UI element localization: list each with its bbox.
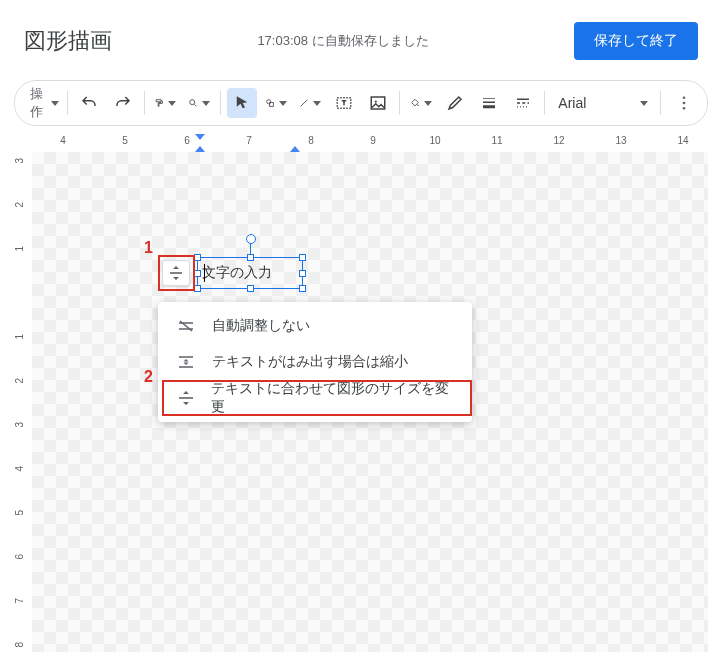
svg-point-5 bbox=[375, 100, 377, 102]
menu-item-resize-to-text[interactable]: テキストに合わせて図形のサイズを変更 bbox=[158, 380, 472, 416]
separator bbox=[144, 91, 145, 115]
svg-point-6 bbox=[683, 96, 686, 99]
autosave-status: 17:03:08 に自動保存しました bbox=[257, 32, 428, 50]
redo-button[interactable] bbox=[108, 88, 138, 118]
no-autofit-icon bbox=[174, 319, 198, 333]
annotation-marker-1: 1 bbox=[144, 239, 153, 257]
menu-item-label: テキストに合わせて図形のサイズを変更 bbox=[211, 380, 456, 416]
text-caret bbox=[204, 264, 205, 282]
indent-marker-top[interactable] bbox=[195, 134, 205, 140]
dialog-title: 図形描画 bbox=[24, 26, 112, 56]
fill-color-button[interactable] bbox=[406, 88, 436, 118]
ruler-number: 2 bbox=[14, 202, 32, 208]
separator bbox=[544, 91, 545, 115]
more-vertical-icon bbox=[675, 94, 693, 112]
line-tool-button[interactable] bbox=[295, 88, 325, 118]
ruler-number: 7 bbox=[14, 598, 32, 604]
text-box-content: 文字の入力 bbox=[202, 264, 272, 282]
ruler-number: 8 bbox=[280, 135, 342, 146]
separator bbox=[67, 91, 68, 115]
ruler-number: 12 bbox=[528, 135, 590, 146]
ruler-number: 5 bbox=[94, 135, 156, 146]
more-options-button[interactable] bbox=[669, 88, 699, 118]
border-weight-button[interactable] bbox=[474, 88, 504, 118]
resize-handle-bl[interactable] bbox=[194, 285, 201, 292]
shapes-icon bbox=[265, 94, 275, 112]
ruler-number: 1 bbox=[14, 334, 32, 340]
resize-handle-tr[interactable] bbox=[299, 254, 306, 261]
ruler-number: 6 bbox=[156, 135, 218, 146]
line-weight-icon bbox=[480, 94, 498, 112]
image-icon bbox=[369, 94, 387, 112]
actions-menu-button[interactable]: 操作 bbox=[23, 88, 61, 118]
zoom-button[interactable] bbox=[184, 88, 214, 118]
ruler-number: 2 bbox=[14, 378, 32, 384]
select-tool-button[interactable] bbox=[227, 88, 257, 118]
paint-format-button[interactable] bbox=[150, 88, 180, 118]
textbox-icon bbox=[335, 94, 353, 112]
ruler-number: 7 bbox=[218, 135, 280, 146]
menu-item-label: テキストがはみ出す場合は縮小 bbox=[212, 353, 408, 371]
autofit-icon bbox=[168, 266, 184, 280]
svg-point-1 bbox=[267, 100, 271, 104]
ruler-number: 3 bbox=[14, 422, 32, 428]
selected-text-box[interactable]: 文字の入力 bbox=[197, 257, 303, 289]
ruler-number: 6 bbox=[14, 554, 32, 560]
rotate-handle[interactable] bbox=[246, 234, 256, 244]
vertical-ruler[interactable]: 3 2 1 1 2 3 4 5 6 7 8 bbox=[14, 152, 32, 652]
resize-handle-br[interactable] bbox=[299, 285, 306, 292]
menu-item-shrink-overflow[interactable]: テキストがはみ出す場合は縮小 bbox=[158, 344, 472, 380]
resize-handle-tl[interactable] bbox=[194, 254, 201, 261]
ruler-number: 8 bbox=[14, 642, 32, 648]
horizontal-ruler[interactable]: 4 5 6 7 8 9 10 11 12 13 14 bbox=[32, 134, 708, 152]
ruler-number: 10 bbox=[404, 135, 466, 146]
ruler-number: 3 bbox=[14, 158, 32, 164]
pencil-icon bbox=[446, 94, 464, 112]
cursor-icon bbox=[233, 94, 251, 112]
separator bbox=[660, 91, 661, 115]
ruler-number: 9 bbox=[342, 135, 404, 146]
separator bbox=[220, 91, 221, 115]
autofit-popover-button[interactable] bbox=[162, 260, 190, 286]
line-icon bbox=[299, 94, 309, 112]
svg-point-7 bbox=[683, 102, 686, 105]
workspace: 4 5 6 7 8 9 10 11 12 13 14 3 2 1 1 2 3 bbox=[14, 134, 708, 652]
ruler-number: 1 bbox=[14, 246, 32, 252]
resize-handle-bm[interactable] bbox=[247, 285, 254, 292]
paint-roller-icon bbox=[154, 94, 164, 112]
zoom-icon bbox=[188, 94, 198, 112]
ruler-number: 13 bbox=[590, 135, 652, 146]
ruler-number: 5 bbox=[14, 510, 32, 516]
save-and-close-button[interactable]: 保存して終了 bbox=[574, 22, 698, 60]
shrink-overflow-icon bbox=[174, 355, 198, 369]
dialog-header: 図形描画 17:03:08 に自動保存しました 保存して終了 bbox=[0, 0, 722, 80]
ruler-number: 4 bbox=[14, 466, 32, 472]
ruler-number: 11 bbox=[466, 135, 528, 146]
svg-point-0 bbox=[190, 100, 195, 105]
resize-handle-ml[interactable] bbox=[194, 270, 201, 277]
shape-tool-button[interactable] bbox=[261, 88, 291, 118]
resize-handle-mr[interactable] bbox=[299, 270, 306, 277]
menu-item-no-autofit[interactable]: 自動調整しない bbox=[158, 308, 472, 344]
separator bbox=[399, 91, 400, 115]
redo-icon bbox=[114, 94, 132, 112]
undo-icon bbox=[80, 94, 98, 112]
font-family-select[interactable]: Arial bbox=[548, 89, 656, 117]
resize-to-text-icon bbox=[174, 391, 197, 405]
textbox-tool-button[interactable] bbox=[329, 88, 359, 118]
ruler-number: 4 bbox=[32, 135, 94, 146]
undo-button[interactable] bbox=[74, 88, 104, 118]
chevron-down-icon bbox=[640, 101, 648, 106]
font-family-label: Arial bbox=[558, 95, 586, 111]
drawing-canvas[interactable]: 文字の入力 1 bbox=[32, 152, 708, 652]
autofit-dropdown: 自動調整しない テキストがはみ出す場合は縮小 テキストに合わせて図形のサイズを変… bbox=[158, 302, 472, 422]
insert-image-button[interactable] bbox=[363, 88, 393, 118]
menu-item-label: 自動調整しない bbox=[212, 317, 310, 335]
border-color-button[interactable] bbox=[440, 88, 470, 118]
svg-point-8 bbox=[683, 107, 686, 110]
ruler-number: 14 bbox=[652, 135, 708, 146]
resize-handle-tm[interactable] bbox=[247, 254, 254, 261]
line-dash-icon bbox=[514, 94, 532, 112]
border-dash-button[interactable] bbox=[508, 88, 538, 118]
paint-bucket-icon bbox=[410, 94, 420, 112]
